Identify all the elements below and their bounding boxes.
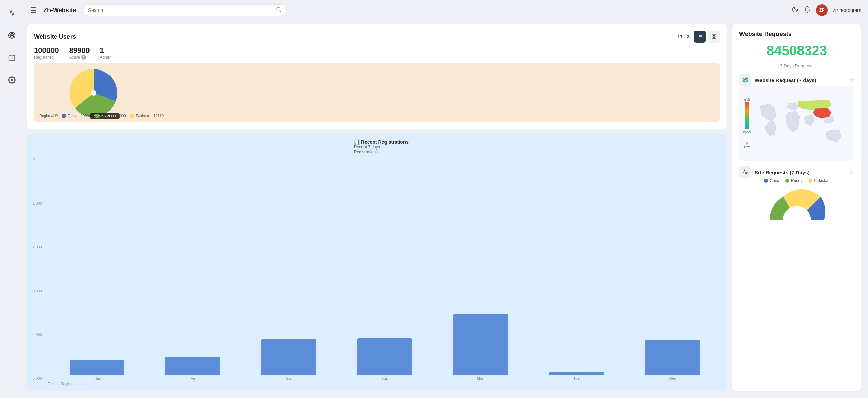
stat-registered: 100000 Registered — [34, 46, 59, 60]
list-view-button[interactable] — [694, 31, 706, 43]
site-requests-star-icon[interactable]: ☆ — [849, 168, 854, 176]
registered-label: Registered — [34, 55, 59, 60]
chart-subtitle2: Registrations — [354, 150, 409, 154]
y-label-5000: 5,000 — [33, 376, 45, 380]
pie-legend: Regional D China - 20000 Russia - 20000 … — [39, 114, 164, 118]
notification-icon[interactable] — [804, 6, 811, 15]
registered-value: 100000 — [34, 46, 59, 55]
svg-line-9 — [280, 11, 281, 12]
site-requests-section: Site Requests (7 Days) ☆ China Russia — [739, 166, 854, 227]
legend-pakistan: Pakistan - 12110 — [130, 114, 164, 118]
svg-rect-19 — [714, 37, 716, 39]
donut-label-russia: Russia — [791, 178, 804, 183]
donut-legend-russia: Russia — [785, 178, 804, 183]
legend-dot-china — [62, 114, 66, 118]
map-icon: 🗺️ — [739, 74, 751, 86]
y-label-3000: 3,000 — [33, 289, 45, 293]
site-requests-title: Site Requests (7 Days) — [755, 170, 810, 175]
search-bar[interactable] — [83, 4, 287, 16]
chart-subtitle1: Recent 7 days — [354, 145, 409, 150]
x-label-tue: Tue — [531, 376, 622, 380]
donut-label-china: China — [770, 178, 780, 183]
map-legend-bar — [745, 102, 749, 129]
svg-point-2 — [11, 35, 13, 36]
user-name: zmh-program — [833, 7, 861, 13]
right-panel: Website Requests 84508323 7 Days Request… — [732, 24, 861, 391]
chart-header: 📊 Recent Registrations Recent 7 days Reg… — [33, 139, 722, 154]
search-input[interactable] — [88, 7, 273, 13]
pie-chart — [66, 66, 121, 120]
x-label-sat: Sat — [243, 376, 334, 380]
donut-legend-pakistan: Pakistan — [808, 178, 830, 183]
svg-point-20 — [91, 90, 96, 96]
avatar[interactable]: ZP — [816, 4, 828, 16]
map-legend-low: Low — [744, 145, 750, 149]
y-label-2000: 2,000 — [33, 245, 45, 249]
map-title: Website Request (7 days) — [755, 77, 816, 83]
stats-row: 100000 Registered 89900 Active ? 1 Admin — [34, 46, 720, 60]
chart-info: 📊 Recent Registrations Recent 7 days Reg… — [354, 139, 409, 154]
pie-chart-area: Russia - 20000 Regional D China - 20000 … — [34, 63, 720, 122]
svg-rect-18 — [712, 37, 714, 39]
content: Website Users 11 - 3 — [24, 20, 868, 398]
admin-value: 1 — [100, 46, 112, 55]
main-area: ☰ Zh-Website ZP zmh-program — [24, 0, 868, 398]
chart-title: 📊 Recent Registrations — [354, 139, 409, 145]
donut-label-pakistan: Pakistan — [814, 178, 830, 183]
y-axis: 5,000 4,000 3,000 2,000 1,000 0 — [33, 158, 48, 380]
right-panel-title: Website Requests — [739, 31, 854, 38]
sidebar-item-target[interactable] — [6, 29, 18, 41]
active-value: 89900 — [69, 46, 90, 55]
sidebar-item-settings[interactable] — [6, 74, 18, 86]
donut-chart — [739, 186, 854, 227]
legend-china: China - 20000 — [62, 114, 91, 118]
chart-menu-icon[interactable]: ⋮ — [715, 139, 722, 146]
svg-point-1 — [10, 34, 14, 37]
y-label-0: 0 — [33, 158, 45, 162]
svg-point-7 — [11, 79, 13, 81]
requests-sub: 7 Days Requests — [739, 63, 854, 68]
x-label-fri: Fri — [147, 376, 238, 380]
app-title: Zh-Website — [43, 7, 76, 14]
map-section: 🗺️ Website Request (7 days) ☆ High 60000… — [739, 74, 854, 161]
map-star-icon[interactable]: ☆ — [849, 76, 854, 84]
search-icon — [276, 7, 281, 14]
x-label-wed: Wed — [627, 376, 718, 380]
y-label-4000: 4,000 — [33, 333, 45, 337]
sidebar-item-calendar[interactable] — [6, 52, 18, 64]
bar-chart-area: 5,000 4,000 3,000 2,000 1,000 0 — [33, 158, 722, 386]
requests-total: 84508323 — [739, 43, 854, 58]
world-map-svg — [743, 89, 851, 157]
left-panel: Website Users 11 - 3 — [27, 24, 727, 391]
map-legend-zero: 0 — [746, 141, 748, 145]
legend-label-pakistan: Pakistan - 12110 — [136, 114, 164, 118]
dark-mode-icon[interactable] — [792, 6, 798, 15]
users-card-header: Website Users 11 - 3 — [34, 31, 720, 43]
donut-legend-china: China — [764, 178, 780, 183]
grid-view-button[interactable] — [708, 31, 720, 43]
x-label-mon: Mon — [435, 376, 526, 380]
stat-active: 89900 Active ? — [69, 46, 90, 60]
sidebar — [0, 0, 24, 398]
header: ☰ Zh-Website ZP zmh-program — [24, 0, 868, 20]
map-title-row: 🗺️ Website Request (7 days) — [739, 74, 816, 86]
map-legend: High 60000 0 Low — [743, 98, 751, 149]
map-legend-value: 60000 — [743, 130, 751, 133]
website-users-card: Website Users 11 - 3 — [27, 24, 727, 129]
site-requests-title-row: Site Requests (7 Days) — [739, 166, 810, 178]
bar-chart-card: 📊 Recent Registrations Recent 7 days Reg… — [27, 134, 727, 391]
legend-dot-pakistan — [130, 114, 134, 118]
svg-rect-16 — [712, 35, 714, 36]
map-section-header: 🗺️ Website Request (7 days) ☆ — [739, 74, 854, 86]
active-label: Active ? — [69, 55, 90, 60]
users-card-title: Website Users — [34, 33, 76, 40]
chart-bottom-label: Recent Registrations — [33, 382, 722, 386]
sidebar-item-chart[interactable] — [6, 7, 18, 19]
view-toggle — [694, 31, 720, 43]
y-label-1000: 1,000 — [33, 201, 45, 205]
legend-russia: Russia - 20000 — [95, 114, 126, 118]
donut-dot-china — [764, 179, 768, 183]
map-legend-high: High — [744, 98, 750, 101]
x-label-sun: Sun — [339, 376, 430, 380]
hamburger-button[interactable]: ☰ — [31, 6, 37, 14]
